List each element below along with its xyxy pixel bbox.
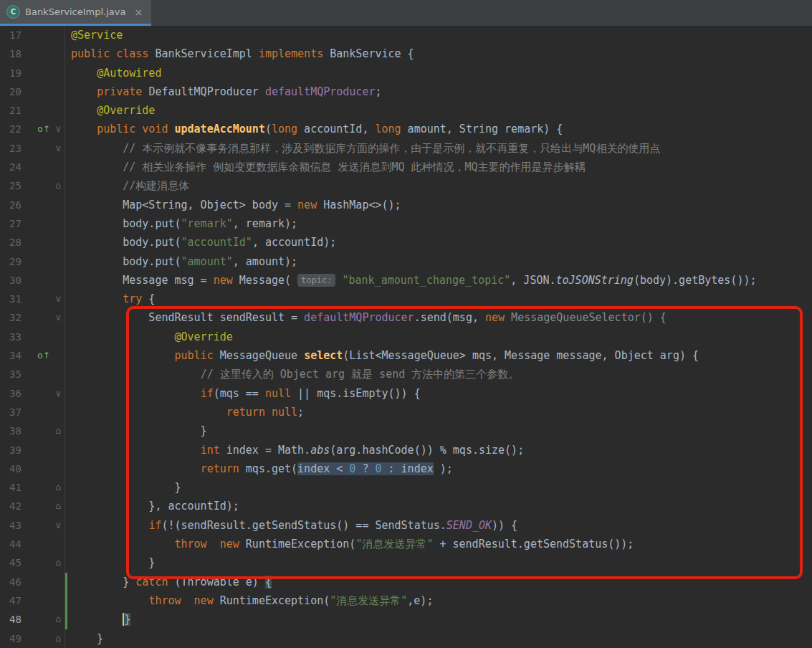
gutter-space <box>35 271 52 290</box>
line-number[interactable]: 27 <box>0 214 35 233</box>
code-line[interactable]: 26 Map<String, Object> body = new HashMa… <box>0 196 812 214</box>
code-line[interactable]: 35 // 这里传入的 Object arg 就是 send 方法中的第三个参数… <box>0 365 812 383</box>
line-number[interactable]: 44 <box>0 535 35 553</box>
code-line[interactable]: 27 body.put("remark", remark); <box>0 214 812 233</box>
fold-down-icon[interactable]: ∨ <box>52 308 65 327</box>
line-number[interactable]: 35 <box>0 365 35 383</box>
line-number[interactable]: 20 <box>0 82 35 101</box>
line-number[interactable]: 29 <box>0 252 35 271</box>
code-line[interactable]: 46 } catch (Throwable e) { <box>0 573 812 591</box>
fold-end-icon[interactable]: ⌂ <box>52 497 65 515</box>
close-tab-icon[interactable]: × <box>134 6 143 18</box>
line-number[interactable]: 45 <box>0 553 35 572</box>
gutter-space <box>35 328 52 346</box>
fold-space <box>52 535 65 553</box>
fold-end-icon[interactable]: ⌂ <box>52 553 65 572</box>
line-number[interactable]: 48 <box>0 610 35 629</box>
line-number[interactable]: 49 <box>0 629 35 648</box>
line-number[interactable]: 19 <box>0 64 35 82</box>
fold-end-icon[interactable]: ⌂ <box>52 629 65 648</box>
code-line[interactable]: 49⌂ } <box>0 629 812 648</box>
code-line[interactable]: 18public class BankServiceImpl implement… <box>0 44 812 63</box>
line-number[interactable]: 30 <box>0 271 35 290</box>
code-line[interactable]: 22o↑∨ public void updateAccMount(long ac… <box>0 120 812 138</box>
line-number[interactable]: 47 <box>0 591 35 610</box>
code-line[interactable]: 44 throw new RuntimeException("消息发送异常" +… <box>0 535 812 553</box>
line-number[interactable]: 33 <box>0 328 35 346</box>
fold-end-icon[interactable]: ⌂ <box>52 421 65 440</box>
fold-down-icon[interactable]: ∨ <box>52 290 65 308</box>
line-number[interactable]: 32 <box>0 308 35 327</box>
fold-down-icon[interactable]: ∨ <box>52 120 65 138</box>
code-line[interactable]: 29 body.put("amount", amount); <box>0 252 812 271</box>
line-number[interactable]: 22 <box>0 120 35 138</box>
code-line[interactable]: 48⌂ } <box>0 610 812 629</box>
gutter-space <box>35 497 52 515</box>
code-line[interactable]: 23∨ // 本示例就不像事务消息那样，涉及到数据库方面的操作，由于是示例，就不… <box>0 139 812 158</box>
code-line[interactable]: 41⌂ } <box>0 478 812 497</box>
code-line[interactable]: 30 Message msg = new Message( topic: "ba… <box>0 271 812 290</box>
code-line[interactable]: 31∨ try { <box>0 290 812 308</box>
fold-end-icon[interactable]: ⌂ <box>52 478 65 497</box>
line-number[interactable]: 40 <box>0 459 35 478</box>
code-line[interactable]: 20 private DefaultMQProducer defaultMQPr… <box>0 82 812 101</box>
line-number[interactable]: 38 <box>0 421 35 440</box>
line-number[interactable]: 39 <box>0 441 35 459</box>
line-number[interactable]: 31 <box>0 290 35 308</box>
gutter-space <box>35 290 52 308</box>
line-number[interactable]: 42 <box>0 497 35 515</box>
code-area[interactable]: 17@Service18public class BankServiceImpl… <box>0 26 812 648</box>
code-line[interactable]: 45⌂ } <box>0 553 812 572</box>
code-text: private DefaultMQProducer defaultMQProdu… <box>67 82 812 101</box>
code-line[interactable]: 34o↑ public MessageQueue select(List<Mes… <box>0 346 812 365</box>
code-line[interactable]: 36∨ if(mqs == null || mqs.isEmpty()) { <box>0 384 812 403</box>
override-icon[interactable]: o↑ <box>35 120 52 138</box>
code-line[interactable]: 19 @Autowired <box>0 64 812 82</box>
tab-bankserviceimpl[interactable]: C BankServiceImpl.java × <box>0 0 151 26</box>
line-number[interactable]: 26 <box>0 196 35 214</box>
code-line[interactable]: 21 @Override <box>0 101 812 120</box>
gutter-space <box>35 516 52 535</box>
line-number[interactable]: 37 <box>0 403 35 421</box>
line-number[interactable]: 18 <box>0 44 35 63</box>
code-line[interactable]: 39 int index = Math.abs(arg.hashCode()) … <box>0 441 812 459</box>
code-text: @Override <box>67 101 812 120</box>
code-text: @Service <box>67 26 812 44</box>
line-number[interactable]: 34 <box>0 346 35 365</box>
line-number[interactable]: 17 <box>0 26 35 44</box>
override-icon[interactable]: o↑ <box>35 346 52 365</box>
line-number[interactable]: 43 <box>0 516 35 535</box>
code-line[interactable]: 33 @Override <box>0 328 812 346</box>
code-line[interactable]: 25⌂ //构建消息体 <box>0 176 812 195</box>
code-line[interactable]: 42⌂ }, accountId); <box>0 497 812 515</box>
code-line[interactable]: 28 body.put("accountId", accountId); <box>0 233 812 252</box>
fold-down-icon[interactable]: ∨ <box>52 384 65 403</box>
line-number[interactable]: 36 <box>0 384 35 403</box>
line-number[interactable]: 25 <box>0 176 35 195</box>
code-line[interactable]: 40 return mqs.get(index < 0 ? 0 : index … <box>0 459 812 478</box>
fold-end-icon[interactable]: ⌂ <box>52 176 65 195</box>
line-number[interactable]: 46 <box>0 573 35 591</box>
gutter-space <box>35 139 52 158</box>
code-line[interactable]: 24 // 相关业务操作 例如变更数据库余额信息 发送消息到MQ 此种情况，MQ… <box>0 158 812 176</box>
fold-down-icon[interactable]: ∨ <box>52 139 65 158</box>
code-text: try { <box>67 290 812 308</box>
code-line[interactable]: 43∨ if(!(sendResult.getSendStatus() == S… <box>0 516 812 535</box>
line-number[interactable]: 21 <box>0 101 35 120</box>
line-number[interactable]: 24 <box>0 158 35 176</box>
gutter-space <box>35 591 52 610</box>
code-line[interactable]: 38⌂ } <box>0 421 812 440</box>
line-number[interactable]: 28 <box>0 233 35 252</box>
fold-down-icon[interactable]: ∨ <box>52 516 65 535</box>
code-line[interactable]: 32∨ SendResult sendResult = defaultMQPro… <box>0 308 812 327</box>
fold-end-icon[interactable]: ⌂ <box>52 610 65 629</box>
gutter-space <box>35 421 52 440</box>
fold-space <box>52 64 65 82</box>
code-line[interactable]: 17@Service <box>0 26 812 44</box>
line-number[interactable]: 41 <box>0 478 35 497</box>
fold-space <box>52 346 65 365</box>
code-text: return null; <box>67 403 812 421</box>
line-number[interactable]: 23 <box>0 139 35 158</box>
code-line[interactable]: 47 throw new RuntimeException("消息发送异常",e… <box>0 591 812 610</box>
code-line[interactable]: 37 return null; <box>0 403 812 421</box>
